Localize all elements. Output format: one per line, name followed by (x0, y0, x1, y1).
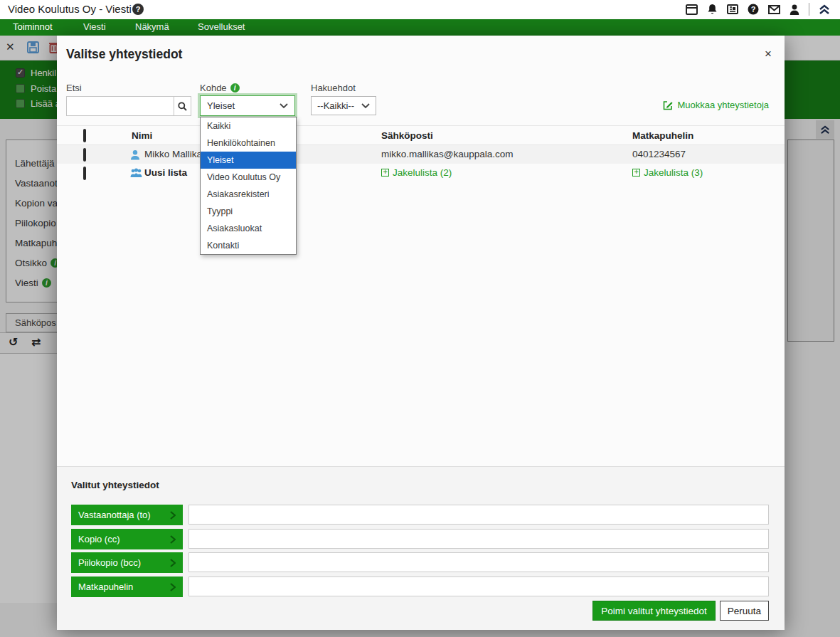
title-bar: Video Koulutus Oy - Viesti ? ? (0, 0, 840, 19)
newspaper-icon[interactable] (727, 4, 738, 14)
recipient-to-button[interactable]: Vastaanottaja (to) (71, 505, 183, 525)
group-icon (130, 168, 142, 181)
cancel-button[interactable]: Peruuta (720, 601, 769, 621)
dropdown-option-asiakasluokat[interactable]: Asiakasluokat (201, 220, 296, 237)
distribution-list-link[interactable]: Jakelulista (2) (381, 167, 452, 178)
target-select[interactable]: Yleiset (200, 95, 295, 116)
target-label: Kohdei (200, 83, 240, 93)
collapse-icon[interactable] (819, 4, 830, 15)
expand-icon[interactable] (381, 169, 389, 177)
search-icon (178, 102, 187, 111)
copy-cc-input[interactable] (188, 529, 769, 549)
menu-item-toiminnot[interactable]: Toiminnot (13, 21, 53, 32)
dropdown-option-kaikki[interactable]: Kaikki (201, 117, 296, 135)
chevron-right-icon (170, 535, 176, 544)
dropdown-option-kontakti[interactable]: Kontakti (201, 237, 296, 254)
column-header-name: Nimi (132, 130, 152, 141)
user-icon[interactable] (790, 4, 799, 15)
expand-icon[interactable] (632, 169, 640, 177)
distribution-list-link[interactable]: Jakelulista (3) (632, 167, 703, 178)
svg-text:?: ? (751, 5, 756, 14)
row-checkbox[interactable] (83, 148, 86, 162)
help-icon[interactable]: ? (748, 4, 759, 15)
edit-icon (663, 100, 673, 110)
criteria-label: Hakuehdot (311, 83, 356, 93)
column-header-email: Sähköposti (381, 130, 433, 141)
selected-section-title: Valitut yhteystiedot (71, 480, 159, 490)
select-contacts-modal: Valitse yhteystiedot × Etsi Kohdei Hakue… (57, 36, 785, 630)
mail-icon[interactable] (768, 5, 780, 14)
chevron-right-icon (170, 511, 176, 520)
edit-contacts-link[interactable]: Muokkaa yhteystietoja (663, 100, 769, 110)
contact-phone: 0401234567 (632, 149, 686, 159)
chevron-down-icon (280, 103, 288, 109)
pick-selected-button[interactable]: Poimi valitut yhteystiedot (592, 601, 716, 621)
contact-name: Uusi lista (144, 167, 187, 178)
window-icon[interactable] (686, 4, 698, 15)
chevron-right-icon (170, 583, 176, 591)
row-checkbox[interactable] (83, 167, 86, 180)
table-row[interactable]: Uusi lista Jakelulista (2) Jakelulista (… (57, 164, 785, 182)
contact-name: Mikko Mallikas (144, 149, 207, 159)
chevron-right-icon (170, 559, 176, 567)
criteria-select[interactable]: --Kaikki-- (311, 96, 376, 115)
table-header-row: Nimi Sähköposti Matkapuhelin (57, 125, 785, 145)
mobile-input[interactable] (188, 577, 769, 596)
dropdown-option-yleiset[interactable]: Yleiset (201, 152, 296, 169)
search-group (66, 96, 191, 116)
column-header-phone: Matkapuhelin (632, 130, 693, 141)
dropdown-option-henkilokohtainen[interactable]: Henkilökohtainen (201, 135, 296, 152)
app-title: Video Koulutus Oy - Viesti (8, 3, 132, 15)
select-all-checkbox[interactable] (83, 129, 86, 142)
search-input[interactable] (66, 96, 174, 116)
bcc-button[interactable]: Piilokopio (bcc) (71, 552, 183, 573)
chevron-down-icon (361, 103, 370, 109)
dropdown-option-asiakasrekisteri[interactable]: Asiakasrekisteri (201, 186, 296, 203)
menu-item-viesti[interactable]: Viesti (83, 21, 106, 32)
mobile-button[interactable]: Matkapuhelin (71, 577, 183, 597)
modal-close-icon[interactable]: × (765, 47, 772, 61)
bell-icon[interactable] (707, 4, 718, 15)
menu-item-sovellukset[interactable]: Sovellukset (198, 21, 245, 32)
table-row[interactable]: Mikko Mallikas mikko.mallikas@kauppala.c… (57, 145, 785, 164)
recipient-to-input[interactable] (188, 505, 769, 525)
contact-email: mikko.mallikas@kauppala.com (381, 149, 514, 159)
person-icon (130, 149, 140, 163)
dropdown-option-tyyppi[interactable]: Tyyppi (201, 203, 296, 220)
bcc-input[interactable] (188, 552, 769, 572)
toolbar-divider (809, 3, 809, 16)
modal-title: Valitse yhteystiedot (66, 47, 182, 62)
search-button[interactable] (174, 96, 191, 116)
search-label: Etsi (66, 83, 82, 93)
dropdown-option-video-koulutus[interactable]: Video Koulutus Oy (201, 169, 296, 186)
title-help-icon: ? (132, 4, 144, 15)
menu-bar: Toiminnot Viesti Näkymä Sovellukset (0, 19, 840, 36)
info-icon: i (230, 83, 240, 93)
selected-contacts-section: Valitut yhteystiedot Vastaanottaja (to) … (57, 466, 785, 630)
menu-item-nakyma[interactable]: Näkymä (135, 21, 169, 32)
target-dropdown: Kaikki Henkilökohtainen Yleiset Video Ko… (200, 117, 297, 255)
copy-cc-button[interactable]: Kopio (cc) (71, 529, 183, 549)
contact-table: Nimi Sähköposti Matkapuhelin Mikko Malli… (57, 125, 785, 182)
